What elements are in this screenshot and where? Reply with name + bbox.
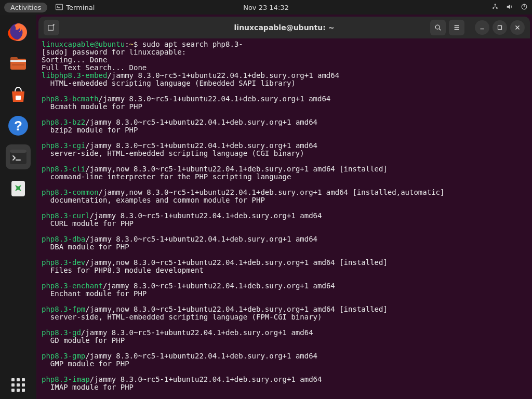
topbar-app-label: Terminal bbox=[66, 4, 95, 11]
topbar-clock[interactable]: Nov 23 14:32 bbox=[243, 4, 289, 11]
svg-rect-10 bbox=[12, 64, 24, 65]
svg-text:?: ? bbox=[14, 118, 22, 134]
help-icon: ? bbox=[7, 115, 29, 137]
minimize-icon bbox=[478, 24, 486, 31]
svg-rect-0 bbox=[56, 4, 63, 10]
activities-button[interactable]: Activities bbox=[4, 3, 47, 12]
terminal-body[interactable]: linuxcapable@ubuntu:~$ sudo apt search p… bbox=[38, 38, 530, 399]
search-button[interactable] bbox=[430, 20, 446, 35]
window-title: linuxcapable@ubuntu: ~ bbox=[234, 23, 335, 32]
gnome-dock: ? bbox=[0, 15, 36, 399]
close-icon bbox=[514, 24, 521, 31]
new-tab-icon bbox=[48, 24, 55, 31]
svg-rect-9 bbox=[10, 60, 26, 62]
terminal-app-icon bbox=[8, 147, 28, 167]
hamburger-icon bbox=[453, 24, 460, 31]
window-titlebar: linuxcapable@ubuntu: ~ bbox=[38, 17, 530, 38]
search-icon bbox=[434, 24, 442, 31]
dock-show-apps[interactable] bbox=[11, 378, 25, 392]
hamburger-menu-button[interactable] bbox=[449, 20, 464, 35]
terminal-window: linuxcapable@ubuntu: ~ linuxcapable@ubun… bbox=[38, 17, 530, 399]
dock-terminal[interactable] bbox=[6, 144, 31, 169]
maximize-icon bbox=[496, 24, 503, 31]
close-button[interactable] bbox=[510, 20, 525, 35]
network-icon[interactable] bbox=[491, 3, 499, 12]
dock-firefox[interactable] bbox=[6, 20, 31, 45]
svg-rect-26 bbox=[498, 26, 502, 30]
dock-trash[interactable] bbox=[6, 176, 31, 201]
svg-line-21 bbox=[439, 29, 441, 30]
minimize-button[interactable] bbox=[475, 20, 489, 35]
svg-rect-15 bbox=[10, 150, 26, 153]
trash-icon bbox=[8, 178, 29, 198]
gnome-topbar: Activities Terminal Nov 23 14:32 bbox=[0, 0, 532, 15]
volume-icon[interactable] bbox=[506, 3, 513, 12]
shopping-bag-icon bbox=[8, 84, 29, 105]
svg-rect-11 bbox=[16, 96, 21, 100]
svg-rect-17 bbox=[48, 25, 54, 31]
firefox-icon bbox=[8, 22, 29, 43]
dock-help[interactable]: ? bbox=[6, 113, 31, 138]
dock-software[interactable] bbox=[6, 82, 31, 107]
power-icon[interactable] bbox=[521, 3, 528, 12]
svg-rect-8 bbox=[10, 57, 18, 60]
svg-point-20 bbox=[435, 25, 440, 29]
dock-files[interactable] bbox=[6, 51, 31, 76]
topbar-app-indicator[interactable]: Terminal bbox=[56, 4, 95, 11]
svg-point-1 bbox=[495, 4, 496, 5]
files-icon bbox=[8, 53, 29, 74]
new-tab-button[interactable] bbox=[44, 20, 59, 35]
maximize-button[interactable] bbox=[493, 20, 507, 35]
terminal-icon bbox=[56, 4, 63, 11]
